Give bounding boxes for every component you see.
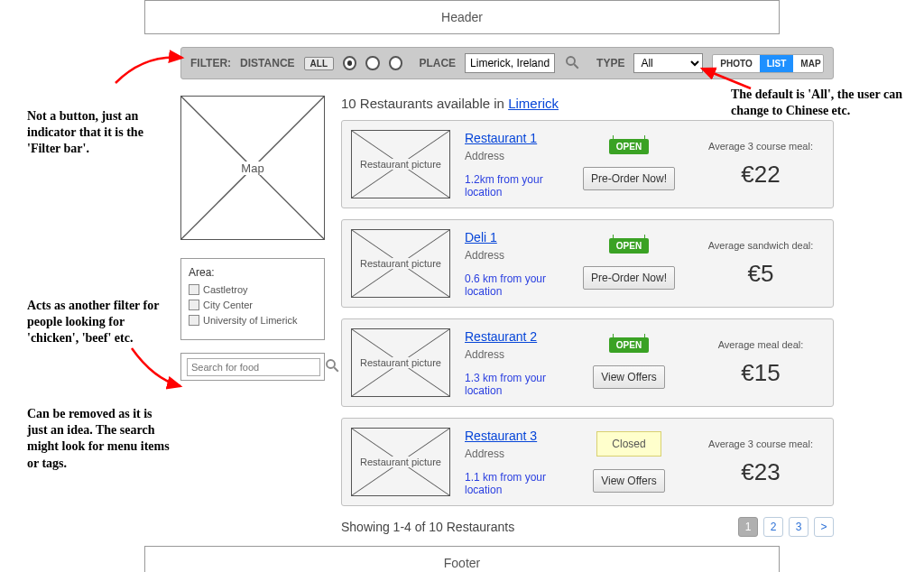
page-1[interactable]: 1 — [738, 517, 758, 537]
search-icon[interactable] — [324, 357, 340, 376]
area-option[interactable]: University of Limerick — [189, 315, 317, 326]
distance-radio-1[interactable] — [343, 56, 356, 70]
restaurant-card: Restaurant pictureRestaurant 2Address1.3… — [341, 318, 834, 407]
restaurant-name-link[interactable]: Restaurant 1 — [465, 131, 537, 145]
checkbox-icon[interactable] — [189, 315, 199, 326]
svg-point-0 — [567, 57, 575, 65]
annotation-arrow — [126, 343, 189, 397]
distance-label: DISTANCE — [240, 57, 294, 69]
view-map[interactable]: MAP — [793, 55, 824, 72]
annotation-arrow — [108, 45, 189, 90]
food-search — [180, 353, 325, 381]
restaurant-card: Restaurant pictureRestaurant 3Address1.1… — [341, 418, 834, 506]
restaurant-address: Address — [465, 447, 560, 460]
distance-radio-2[interactable] — [365, 56, 379, 70]
place-input[interactable] — [465, 53, 555, 73]
price-value: €22 — [698, 161, 824, 189]
area-title: Area: — [189, 266, 317, 279]
restaurant-cta-button[interactable]: View Offers — [593, 469, 665, 493]
restaurant-name-link[interactable]: Restaurant 3 — [465, 429, 537, 443]
open-badge: OPEN — [609, 337, 649, 353]
open-badge: OPEN — [609, 139, 649, 154]
restaurant-card: Restaurant pictureDeli 1Address0.6 km fr… — [341, 219, 834, 308]
restaurant-address: Address — [465, 150, 560, 162]
price-label: Average 3 course meal: — [698, 141, 824, 152]
checkbox-icon[interactable] — [189, 284, 199, 295]
restaurant-thumb[interactable]: Restaurant picture — [351, 229, 450, 298]
restaurant-distance: 1.1 km from your location — [465, 471, 560, 496]
price-value: €5 — [698, 260, 824, 288]
page-3[interactable]: 3 — [789, 517, 808, 537]
open-badge: OPEN — [609, 238, 649, 254]
filter-label: FILTER: — [190, 57, 231, 69]
price-label: Average sandwich deal: — [698, 240, 824, 251]
map-label: Map — [239, 161, 265, 175]
search-icon[interactable] — [564, 54, 580, 73]
header: Header — [144, 0, 780, 34]
results-showing: Showing 1-4 of 10 Restaurants — [341, 520, 514, 534]
distance-all-pill[interactable]: ALL — [304, 57, 334, 70]
restaurant-thumb[interactable]: Restaurant picture — [351, 130, 450, 198]
annotation-text: Not a button, just an indicator that it … — [27, 108, 171, 158]
distance-radio-3[interactable] — [389, 56, 402, 70]
restaurant-cta-button[interactable]: Pre-Order Now! — [583, 266, 675, 290]
price-label: Average meal deal: — [698, 339, 824, 350]
restaurant-thumb[interactable]: Restaurant picture — [351, 328, 450, 397]
svg-line-1 — [574, 64, 578, 69]
view-list[interactable]: LIST — [760, 55, 794, 72]
price-label: Average 3 course meal: — [698, 438, 824, 449]
restaurant-distance: 0.6 km from your location — [465, 272, 560, 298]
restaurant-cta-button[interactable]: View Offers — [593, 365, 665, 389]
svg-point-4 — [327, 360, 335, 368]
restaurant-distance: 1.3 km from your location — [465, 372, 560, 397]
area-filter: Area: Castletroy City Center University … — [180, 258, 325, 340]
area-option[interactable]: Castletroy — [189, 284, 317, 295]
food-search-input[interactable] — [187, 358, 320, 376]
page-next[interactable]: > — [814, 517, 834, 537]
annotation-text: Can be removed as it is just an idea. Th… — [27, 406, 171, 472]
price-value: €23 — [698, 458, 824, 486]
svg-line-5 — [334, 367, 338, 372]
checkbox-icon[interactable] — [189, 300, 199, 310]
type-label: TYPE — [596, 57, 624, 69]
restaurant-card: Restaurant pictureRestaurant 1Address1.2… — [341, 120, 834, 208]
restaurant-thumb[interactable]: Restaurant picture — [351, 428, 450, 496]
restaurant-address: Address — [465, 348, 560, 361]
price-value: €15 — [698, 359, 824, 387]
annotation-text: Acts as another filter for people lookin… — [27, 298, 162, 347]
closed-badge: Closed — [596, 431, 661, 457]
restaurant-address: Address — [465, 249, 560, 262]
place-label: PLACE — [419, 57, 456, 69]
restaurant-name-link[interactable]: Restaurant 2 — [465, 329, 537, 344]
restaurant-distance: 1.2km from your location — [465, 173, 560, 198]
footer: Footer — [144, 546, 780, 572]
restaurant-name-link[interactable]: Deli 1 — [465, 230, 497, 244]
type-select[interactable]: All — [633, 53, 703, 73]
results-location-link[interactable]: Limerick — [508, 96, 559, 111]
restaurant-cta-button[interactable]: Pre-Order Now! — [583, 167, 675, 190]
pager: 1 2 3 > — [738, 517, 834, 537]
page-2[interactable]: 2 — [763, 517, 783, 537]
map-placeholder[interactable]: Map — [180, 96, 325, 240]
annotation-text: The default is 'All', the user can chang… — [731, 87, 920, 119]
area-option[interactable]: City Center — [189, 300, 317, 310]
